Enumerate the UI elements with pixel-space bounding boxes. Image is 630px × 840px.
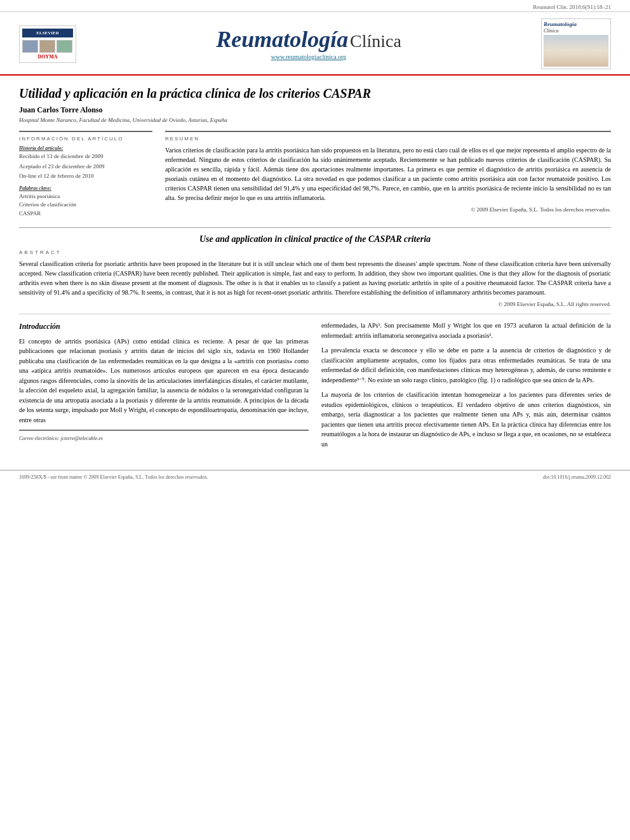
palabras-clave-label: Palabras clave: [19, 185, 152, 191]
article-meta-section: INFORMACIÓN DEL ARTÍCULO Historia del ar… [19, 131, 611, 218]
article-title: Utilidad y aplicación en la práctica clí… [19, 85, 611, 102]
body-section: Introducción El concepto de artritis pso… [19, 321, 611, 454]
recibido-text: Recibido el 13 de diciembre de 2009 [19, 152, 152, 161]
footer-doi: doi:10.1016/j.reuma.2009.12.002 [543, 474, 611, 480]
main-divider [19, 314, 611, 314]
logo-image-3 [57, 40, 72, 53]
resumen-col: RESUMEN Varios criterios de clasificació… [165, 131, 611, 218]
elsevier-doyma-logo: ELSEVIER DOYMA [19, 25, 76, 63]
resumen-label: RESUMEN [165, 136, 611, 142]
aceptado-text: Aceptado el 23 de diciembre de 2009 [19, 163, 152, 171]
abstract-text: Several classification criteria for psor… [19, 259, 611, 297]
body-col-left: Introducción El concepto de artritis pso… [19, 321, 309, 454]
footnote-line: Correo electrónico: jctorre@telecable.es [19, 430, 309, 443]
citation-text: Reumatol Clín. 2010;6(S1):18–21 [533, 4, 611, 10]
footnote-label: Correo electrónico: jctorre@telecable.es [19, 436, 103, 441]
journal-title-bold: Reumatología [216, 27, 348, 52]
journal-website[interactable]: www.reumatologiaclinica.org [76, 53, 541, 60]
resumen-text: Varios criterios de clasificación para l… [165, 145, 611, 203]
page: Reumatol Clín. 2010;6(S1):18–21 ELSEVIER… [0, 0, 630, 840]
footer-bar: 1699-258X/$ - see front matter © 2009 El… [0, 470, 630, 484]
english-title: Use and application in clinical practice… [19, 234, 611, 244]
citation-bar: Reumatol Clín. 2010;6(S1):18–21 [0, 0, 630, 12]
historia-label: Historia del artículo: [19, 145, 152, 151]
journal-header: ELSEVIER DOYMA Reumatología Clínica www.… [0, 12, 630, 76]
journal-title-area: Reumatología Clínica www.reumatologiacli… [76, 28, 541, 60]
english-section: Use and application in clinical practice… [19, 227, 611, 307]
right-logo-title: ReumatologíaClínica [544, 21, 608, 34]
author-name: Juan Carlos Torre Alonso [19, 105, 611, 115]
body-col-right: enfermedades, la APs¹. Son precisamente … [321, 321, 611, 454]
body-right-para1: enfermedades, la APs¹. Son precisamente … [321, 321, 611, 340]
body-left-para1: El concepto de artritis psoriásica (APs)… [19, 337, 309, 425]
content-area: Utilidad y aplicación en la práctica clí… [0, 76, 630, 463]
copyright-es: © 2009 Elsevier España, S.L. Todos los d… [165, 206, 611, 213]
journal-title-light: Clínica [350, 31, 401, 51]
logo-image-1 [22, 40, 38, 53]
body-right-para2: La prevalencia exacta se desconoce y ell… [321, 345, 611, 385]
intro-heading: Introducción [19, 321, 309, 333]
right-logo-image [544, 35, 608, 67]
logo-image-2 [39, 40, 55, 53]
footer-issn: 1699-258X/$ - see front matter © 2009 El… [19, 474, 208, 480]
copyright-en: © 2009 Elsevier España, S.L. All rights … [19, 301, 611, 307]
online-text: On-line el 12 de febrero de 2010 [19, 172, 152, 180]
doyma-label: DOYMA [22, 54, 73, 60]
right-logo-box: ReumatologíaClínica [541, 18, 611, 69]
keywords-es: Artritis psoriásicaCriterios de clasific… [19, 192, 152, 218]
info-section-label: INFORMACIÓN DEL ARTÍCULO [19, 136, 152, 142]
body-right-para3: La mayoría de los criterios de clasifica… [321, 390, 611, 449]
abstract-label: ABSTRACT [19, 250, 611, 255]
author-affiliation: Hospital Monte Naranco, Facultad de Medi… [19, 117, 611, 123]
elsevier-label: ELSEVIER [22, 29, 73, 37]
journal-title: Reumatología Clínica [76, 28, 541, 51]
article-info-col: INFORMACIÓN DEL ARTÍCULO Historia del ar… [19, 131, 152, 218]
